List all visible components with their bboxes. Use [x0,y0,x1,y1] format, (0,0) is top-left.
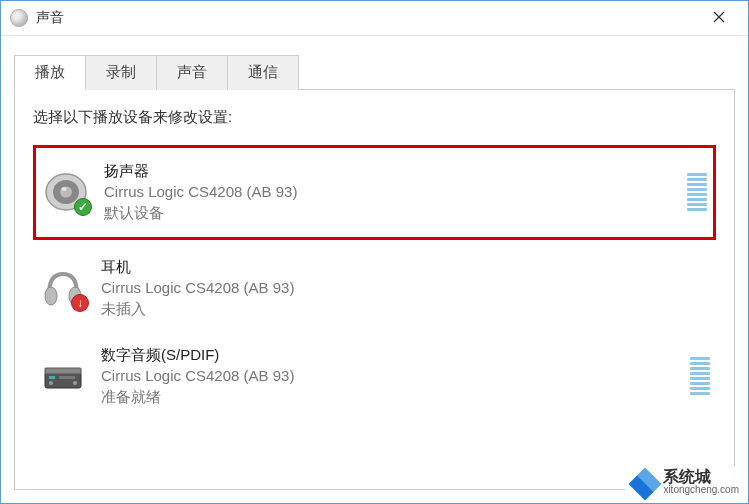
device-name: 耳机 [101,256,710,277]
tab-panel-playback: 选择以下播放设备来修改设置: ✓ 扬声器 Cirrus Logic CS4208… [14,90,735,490]
tab-recording[interactable]: 录制 [85,55,157,90]
unplugged-badge-icon: ↓ [71,294,89,312]
device-status: 未插入 [101,298,710,321]
headphones-icon: ↓ [39,266,87,310]
level-meter [687,169,707,215]
device-text: 耳机 Cirrus Logic CS4208 (AB 93) 未插入 [101,256,710,321]
device-list: ✓ 扬声器 Cirrus Logic CS4208 (AB 93) 默认设备 [33,145,716,417]
watermark-cn: 系统城 [663,469,739,485]
tab-bar: 播放 录制 声音 通信 [14,54,735,90]
level-meter [690,353,710,399]
device-text: 扬声器 Cirrus Logic CS4208 (AB 93) 默认设备 [104,160,679,225]
device-name: 数字音频(S/PDIF) [101,344,682,365]
watermark-logo-icon [629,468,657,496]
close-button[interactable] [699,4,739,32]
device-text: 数字音频(S/PDIF) Cirrus Logic CS4208 (AB 93)… [101,344,682,409]
receiver-icon [39,354,87,398]
titlebar: 声音 [0,0,749,36]
device-item-headphones[interactable]: ↓ 耳机 Cirrus Logic CS4208 (AB 93) 未插入 [33,248,716,329]
svg-point-6 [45,287,57,305]
watermark-text: 系统城 xitongcheng.com [663,469,739,495]
svg-point-13 [73,381,77,385]
device-name: 扬声器 [104,160,679,181]
device-status: 准备就绪 [101,386,682,409]
device-item-speakers[interactable]: ✓ 扬声器 Cirrus Logic CS4208 (AB 93) 默认设备 [33,145,716,240]
device-driver: Cirrus Logic CS4208 (AB 93) [104,181,679,202]
svg-rect-9 [45,368,81,374]
tab-sounds[interactable]: 声音 [156,55,228,90]
svg-rect-10 [49,376,55,379]
close-icon [713,11,725,23]
device-driver: Cirrus Logic CS4208 (AB 93) [101,277,710,298]
window-title: 声音 [36,9,64,27]
sound-icon [10,9,28,27]
svg-rect-11 [59,376,75,379]
tab-playback[interactable]: 播放 [14,55,86,90]
device-driver: Cirrus Logic CS4208 (AB 93) [101,365,682,386]
watermark: 系统城 xitongcheng.com [625,466,743,498]
svg-point-12 [49,381,53,385]
tab-communications[interactable]: 通信 [227,55,299,90]
svg-point-5 [62,187,67,191]
watermark-en: xitongcheng.com [663,485,739,495]
titlebar-left: 声音 [10,9,64,27]
device-status: 默认设备 [104,202,679,225]
instruction-text: 选择以下播放设备来修改设置: [33,108,716,127]
device-item-spdif[interactable]: 数字音频(S/PDIF) Cirrus Logic CS4208 (AB 93)… [33,336,716,417]
speaker-icon: ✓ [42,170,90,214]
content-area: 播放 录制 声音 通信 选择以下播放设备来修改设置: ✓ 扬声器 [0,36,749,490]
